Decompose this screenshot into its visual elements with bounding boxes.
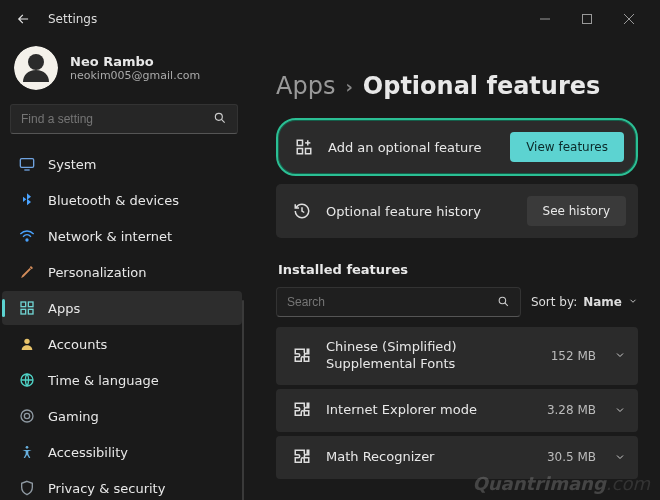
app-title: Settings (48, 12, 97, 26)
page-title: Optional features (363, 72, 601, 100)
installed-feature-row[interactable]: Internet Explorer mode 3.28 MB (276, 389, 638, 432)
svg-rect-21 (297, 149, 302, 154)
installed-feature-row[interactable]: Math Recognizer 30.5 MB (276, 436, 638, 479)
maximize-button[interactable] (566, 4, 608, 34)
shield-icon (18, 479, 36, 497)
puzzle-icon (292, 448, 312, 466)
breadcrumb-parent[interactable]: Apps (276, 72, 335, 100)
add-feature-icon (294, 138, 314, 156)
add-feature-label: Add an optional feature (328, 140, 496, 155)
see-history-button[interactable]: See history (527, 196, 626, 226)
chevron-down-icon (614, 448, 626, 467)
svg-rect-12 (28, 302, 33, 307)
history-icon (292, 202, 312, 220)
nav-accessibility[interactable]: Accessibility (2, 435, 242, 469)
puzzle-icon (292, 401, 312, 419)
find-setting-input[interactable] (21, 112, 213, 126)
chevron-down-icon (628, 295, 638, 309)
nav-label: Accounts (48, 337, 107, 352)
globe-icon (18, 371, 36, 389)
feature-name: Math Recognizer (326, 449, 533, 466)
svg-point-10 (26, 239, 28, 241)
nav-label: Gaming (48, 409, 99, 424)
bluetooth-icon (18, 191, 36, 209)
avatar (14, 46, 58, 90)
apps-icon (18, 299, 36, 317)
puzzle-icon (292, 347, 312, 365)
nav-gaming[interactable]: Gaming (2, 399, 242, 433)
feature-name: Internet Explorer mode (326, 402, 533, 419)
svg-line-26 (505, 302, 508, 305)
nav-label: System (48, 157, 96, 172)
chevron-down-icon (614, 346, 626, 365)
nav-list: System Bluetooth & devices Network & int… (0, 142, 248, 500)
history-card: Optional feature history See history (276, 184, 638, 238)
svg-point-19 (26, 446, 29, 449)
chevron-down-icon (614, 401, 626, 420)
nav-accounts[interactable]: Accounts (2, 327, 242, 361)
sort-by-label: Sort by: (531, 295, 577, 309)
find-setting-search[interactable] (10, 104, 238, 134)
svg-point-15 (24, 339, 29, 344)
chevron-right-icon: › (345, 76, 352, 97)
svg-point-25 (499, 297, 506, 304)
view-features-button[interactable]: View features (510, 132, 624, 162)
system-icon (18, 155, 36, 173)
svg-line-7 (221, 119, 224, 122)
minimize-button[interactable] (524, 4, 566, 34)
nav-privacy[interactable]: Privacy & security (2, 471, 242, 500)
nav-personalization[interactable]: Personalization (2, 255, 242, 289)
history-label: Optional feature history (326, 204, 513, 219)
person-icon (18, 335, 36, 353)
installed-features-heading: Installed features (278, 262, 638, 277)
svg-point-6 (215, 113, 222, 120)
svg-point-18 (24, 413, 29, 418)
svg-rect-20 (297, 140, 302, 145)
user-email: neokim005@gmail.com (70, 69, 200, 82)
installed-search-input[interactable] (287, 295, 497, 309)
brush-icon (18, 263, 36, 281)
feature-size: 152 MB (551, 349, 596, 363)
svg-point-5 (28, 54, 44, 70)
svg-rect-11 (21, 302, 26, 307)
gaming-icon (18, 407, 36, 425)
content-pane: Apps › Optional features Add an optional… (248, 38, 660, 500)
scrollbar[interactable] (242, 300, 244, 500)
close-button[interactable] (608, 4, 650, 34)
nav-label: Network & internet (48, 229, 172, 244)
nav-time-language[interactable]: Time & language (2, 363, 242, 397)
svg-rect-14 (28, 309, 33, 314)
sort-by-value: Name (583, 295, 622, 309)
feature-name: Chinese (Simplified) Supplemental Fonts (326, 339, 537, 373)
nav-apps[interactable]: Apps (2, 291, 242, 325)
nav-network[interactable]: Network & internet (2, 219, 242, 253)
nav-system[interactable]: System (2, 147, 242, 181)
nav-label: Apps (48, 301, 80, 316)
wifi-icon (18, 227, 36, 245)
sidebar: Neo Rambo neokim005@gmail.com System (0, 38, 248, 500)
nav-label: Privacy & security (48, 481, 165, 496)
nav-label: Personalization (48, 265, 147, 280)
feature-size: 30.5 MB (547, 450, 596, 464)
back-button[interactable] (10, 5, 38, 33)
installed-search[interactable] (276, 287, 521, 317)
svg-point-17 (21, 410, 33, 422)
search-icon (497, 293, 510, 312)
svg-rect-22 (306, 149, 311, 154)
search-icon (213, 110, 227, 129)
breadcrumb: Apps › Optional features (276, 48, 638, 118)
user-name: Neo Rambo (70, 54, 200, 69)
sort-by-dropdown[interactable]: Sort by: Name (531, 295, 638, 309)
installed-feature-row[interactable]: Chinese (Simplified) Supplemental Fonts … (276, 327, 638, 385)
nav-label: Bluetooth & devices (48, 193, 179, 208)
nav-bluetooth[interactable]: Bluetooth & devices (2, 183, 242, 217)
account-profile[interactable]: Neo Rambo neokim005@gmail.com (0, 38, 248, 100)
feature-size: 3.28 MB (547, 403, 596, 417)
svg-rect-1 (583, 15, 592, 24)
accessibility-icon (18, 443, 36, 461)
nav-label: Accessibility (48, 445, 128, 460)
add-feature-card: Add an optional feature View features (276, 118, 638, 176)
svg-rect-8 (20, 159, 33, 168)
svg-rect-13 (21, 309, 26, 314)
nav-label: Time & language (48, 373, 159, 388)
